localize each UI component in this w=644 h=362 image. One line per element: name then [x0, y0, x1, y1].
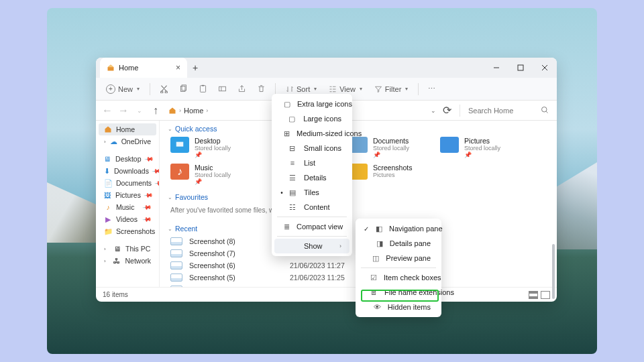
- sidebar-item-music[interactable]: ♪Music📌: [99, 201, 156, 213]
- file-name: Screenshot (5): [189, 274, 290, 282]
- chevron-down-icon: ▾: [314, 86, 317, 92]
- filter-button[interactable]: Filter ▾: [370, 83, 413, 95]
- item-count: 16 items: [103, 291, 128, 298]
- quick-access-documents[interactable]: DocumentsStored locally📌: [349, 137, 409, 158]
- menu-item-medium-icons[interactable]: ⊞Medium-sized icons: [274, 126, 350, 141]
- up-button[interactable]: ↑: [148, 103, 163, 118]
- delete-button[interactable]: [253, 82, 270, 96]
- copy-button[interactable]: [175, 82, 192, 96]
- breadcrumb-home[interactable]: Home: [184, 107, 203, 115]
- chevron-down-icon: ⌄: [168, 226, 172, 232]
- image-file-icon: [170, 249, 182, 257]
- search-input[interactable]: [466, 107, 539, 115]
- quick-access-screenshots[interactable]: ScreenshotsPictures: [349, 164, 412, 185]
- chevron-right-icon[interactable]: ›: [104, 246, 109, 252]
- sidebar-item-label: Screenshots: [116, 227, 155, 235]
- preview-icon: ◫: [372, 253, 379, 263]
- menu-item-details[interactable]: ☰Details: [274, 170, 350, 185]
- sidebar-item-desktop[interactable]: 🖥Desktop📌: [99, 153, 156, 165]
- music-icon: ♪: [104, 203, 112, 211]
- refresh-button[interactable]: ⟳: [439, 104, 454, 117]
- sidebar-item-onedrive[interactable]: › ☁ OneDrive: [99, 135, 156, 147]
- menu-label: Details pane: [390, 239, 431, 247]
- icons-view-button[interactable]: [541, 291, 550, 299]
- picture-icon: 🖼: [104, 191, 111, 199]
- separator: [460, 105, 460, 117]
- pin-icon: 📌: [144, 154, 154, 164]
- menu-label: Compact view: [297, 223, 343, 231]
- chevron-right-icon[interactable]: ›: [104, 139, 106, 145]
- forward-button[interactable]: →: [116, 103, 131, 118]
- cloud-icon: ☁: [110, 137, 117, 145]
- menu-item-small-icons[interactable]: ⊟Small icons: [274, 141, 350, 156]
- menu-item-details-pane[interactable]: ◨Details pane: [358, 236, 439, 251]
- tab-home[interactable]: Home ×: [100, 58, 187, 78]
- sidebar-item-screenshots[interactable]: 📁Screenshots: [99, 225, 156, 237]
- quick-access-music[interactable]: ♪ MusicStored locally📌: [170, 164, 231, 185]
- selected-indicator: •: [280, 189, 284, 196]
- recent-locations-button[interactable]: ⌄: [132, 103, 147, 118]
- new-button[interactable]: + New ▾: [101, 82, 144, 96]
- menu-item-hidden-items[interactable]: 👁Hidden items: [358, 300, 439, 314]
- sidebar-item-videos[interactable]: ▶Videos📌: [99, 213, 156, 225]
- grid-icon: ▢: [288, 114, 297, 123]
- chevron-right-icon[interactable]: ›: [104, 258, 109, 264]
- cut-button[interactable]: [156, 82, 172, 96]
- sidebar-item-network[interactable]: ›🖧Network: [99, 255, 156, 267]
- chevron-down-icon: ⌄: [168, 194, 172, 200]
- share-button[interactable]: [233, 82, 250, 96]
- quick-access-row: ♪ MusicStored locally📌 ScreenshotsPictur…: [160, 162, 557, 189]
- menu-item-tiles[interactable]: •▤Tiles: [274, 185, 350, 200]
- address-dropdown[interactable]: ⌄: [429, 107, 438, 114]
- menu-item-large-icons[interactable]: ▢Large icons: [274, 111, 350, 126]
- sidebar-item-downloads[interactable]: ⬇Downloads📌: [99, 165, 156, 177]
- more-button[interactable]: ⋯: [424, 82, 439, 96]
- svg-point-6: [542, 107, 547, 112]
- svg-rect-3: [200, 86, 205, 93]
- sidebar-item-pictures[interactable]: 🖼Pictures📌: [99, 189, 156, 201]
- check-icon: ✓: [364, 225, 369, 233]
- menu-item-preview-pane[interactable]: ◫Preview pane: [358, 251, 439, 265]
- minimize-button[interactable]: [484, 58, 508, 78]
- qa-name: Screenshots: [373, 164, 412, 172]
- back-button[interactable]: ←: [100, 103, 115, 118]
- menu-label: Small icons: [304, 144, 341, 152]
- close-button[interactable]: [533, 58, 557, 78]
- sidebar-item-documents[interactable]: 📄Documents📌: [99, 177, 156, 189]
- image-file-icon: [170, 261, 182, 269]
- menu-item-file-extensions[interactable]: 🗎File name extensions: [358, 285, 439, 300]
- maximize-button[interactable]: [508, 58, 533, 78]
- menu-item-compact-view[interactable]: ≣Compact view: [274, 219, 350, 234]
- sidebar-item-thispc[interactable]: ›🖥This PC: [99, 243, 156, 255]
- new-tab-button[interactable]: +: [187, 62, 203, 73]
- sidebar-item-home[interactable]: Home: [99, 123, 156, 135]
- group-header-favourites[interactable]: ⌄ Favourites: [160, 189, 557, 204]
- scrollbar[interactable]: [552, 244, 555, 299]
- grid-icon: ⊟: [288, 143, 297, 153]
- pc-icon: 🖥: [113, 245, 121, 253]
- quick-access-pictures[interactable]: PicturesStored locally📌: [440, 137, 500, 158]
- tab-close-icon[interactable]: ×: [176, 63, 180, 72]
- menu-label: Tiles: [304, 188, 319, 196]
- menu-item-content[interactable]: ☷Content: [274, 200, 350, 215]
- toolbar-separator: [150, 83, 150, 95]
- search-icon[interactable]: [541, 105, 549, 117]
- pin-icon: 📌: [373, 152, 409, 158]
- menu-item-show[interactable]: Show›: [274, 239, 350, 253]
- details-view-button[interactable]: [529, 291, 538, 299]
- menu-item-checkboxes[interactable]: ☑Item check boxes: [358, 270, 439, 285]
- sidebar-item-label: Documents: [116, 179, 152, 187]
- view-button[interactable]: View ▾: [324, 83, 367, 95]
- sort-button[interactable]: Sort ▾: [281, 83, 321, 95]
- toolbar-separator: [275, 83, 276, 95]
- menu-item-extra-large-icons[interactable]: ▢Extra large icons: [274, 97, 350, 111]
- rename-button[interactable]: [214, 82, 231, 96]
- menu-item-navigation-pane[interactable]: ✓◧Navigation pane: [358, 221, 439, 236]
- menu-item-list[interactable]: ≡List: [274, 156, 350, 170]
- folder-icon: 📁: [104, 227, 112, 235]
- menu-label: Large icons: [303, 115, 341, 123]
- view-toggle: [529, 291, 550, 299]
- paste-button[interactable]: [195, 82, 211, 96]
- group-label: Quick access: [175, 125, 217, 133]
- quick-access-desktop[interactable]: DesktopStored locally📌: [170, 137, 231, 158]
